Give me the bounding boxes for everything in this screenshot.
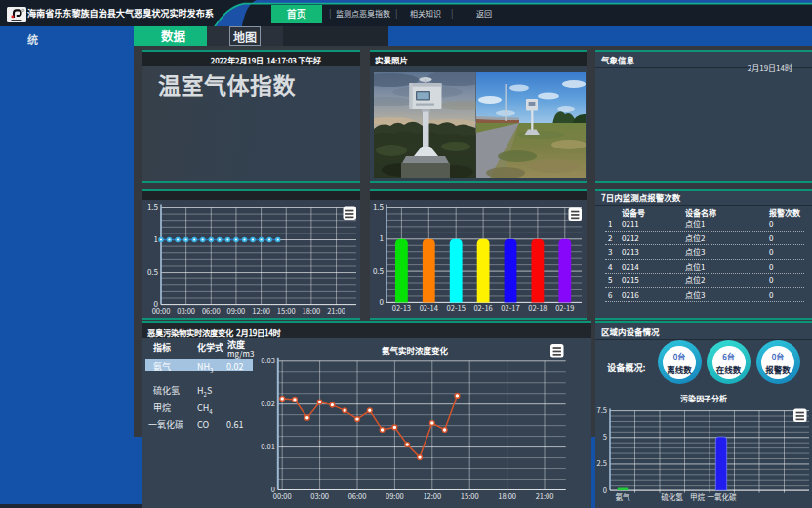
svg-text:氨气实时浓度变化: 氨气实时浓度变化 <box>382 344 449 356</box>
svg-text:1: 1 <box>154 233 158 244</box>
svg-text:1.5: 1.5 <box>147 201 158 212</box>
svg-text:氨气: 氨气 <box>616 491 630 502</box>
svg-text:0: 0 <box>603 485 607 495</box>
svg-text:06:00: 06:00 <box>348 490 367 501</box>
svg-text:0.5: 0.5 <box>373 265 384 275</box>
svg-text:00:00: 00:00 <box>273 490 292 501</box>
svg-text:1.5: 1.5 <box>373 201 384 212</box>
svg-text:0.03: 0.03 <box>261 355 275 365</box>
svg-text:02-16: 02-16 <box>473 302 492 313</box>
svg-text:硫化氢: 硫化氢 <box>661 491 683 502</box>
svg-text:03:00: 03:00 <box>177 305 195 316</box>
svg-text:12:00: 12:00 <box>252 305 270 316</box>
svg-text:21:00: 21:00 <box>327 305 345 316</box>
svg-text:09:00: 09:00 <box>386 490 404 501</box>
svg-text:0.01: 0.01 <box>261 441 275 451</box>
svg-text:甲烷: 甲烷 <box>690 491 705 502</box>
svg-text:02-17: 02-17 <box>501 302 519 313</box>
svg-text:18:00: 18:00 <box>303 305 321 316</box>
svg-text:06:00: 06:00 <box>202 305 221 316</box>
svg-text:02-15: 02-15 <box>447 302 466 313</box>
svg-text:2.5: 2.5 <box>597 457 607 468</box>
svg-text:21:00: 21:00 <box>536 490 554 501</box>
svg-text:02-19: 02-19 <box>555 302 574 313</box>
svg-text:00:00: 00:00 <box>152 305 171 316</box>
svg-text:0: 0 <box>380 296 385 307</box>
svg-text:0.5: 0.5 <box>147 266 158 276</box>
svg-text:09:00: 09:00 <box>227 305 246 316</box>
svg-text:02-14: 02-14 <box>420 302 438 313</box>
svg-text:5: 5 <box>603 431 607 442</box>
svg-text:15:00: 15:00 <box>277 305 296 316</box>
svg-text:15:00: 15:00 <box>461 490 479 501</box>
svg-text:一氧化碳: 一氧化碳 <box>708 491 737 502</box>
svg-text:02-18: 02-18 <box>528 302 547 313</box>
svg-text:02-13: 02-13 <box>392 302 411 313</box>
svg-text:0.02: 0.02 <box>261 398 275 408</box>
svg-text:03:00: 03:00 <box>310 490 329 501</box>
svg-text:1: 1 <box>380 233 384 243</box>
svg-text:12:00: 12:00 <box>423 490 441 501</box>
svg-text:7.5: 7.5 <box>597 404 607 415</box>
svg-text:18:00: 18:00 <box>498 490 516 501</box>
